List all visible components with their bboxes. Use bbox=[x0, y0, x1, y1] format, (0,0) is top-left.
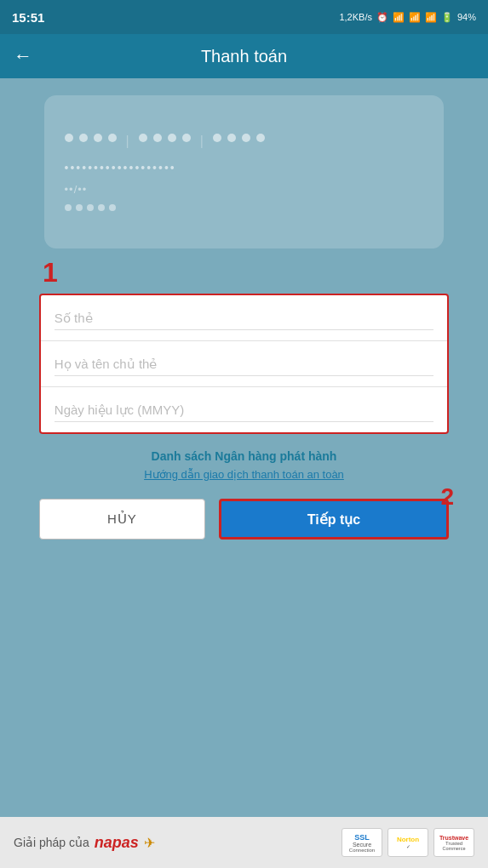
status-icons: 1,2KB/s ⏰ 📶 📶 📶 🔋 94% bbox=[339, 12, 476, 23]
cvv-dot bbox=[87, 204, 94, 211]
info-section: Danh sách Ngân hàng phát hành Hướng dẫn … bbox=[39, 449, 449, 482]
card-dot bbox=[79, 134, 88, 142]
cvv-dot bbox=[76, 204, 83, 211]
header-title: Thanh toán bbox=[201, 47, 287, 66]
main-content: | | ••••••••••••••••••• ••/•• 1 bbox=[0, 78, 488, 868]
bank-list-label: Danh sách Ngân hàng phát hành bbox=[39, 449, 449, 463]
card-dot bbox=[153, 134, 162, 142]
trustwave-badge: Trustwave Trusted Commerce bbox=[433, 828, 474, 857]
action-buttons: HỦY 2 Tiếp tục bbox=[39, 499, 449, 540]
signal-icon-2: 📶 bbox=[409, 12, 421, 23]
card-dot bbox=[182, 134, 191, 142]
card-dot bbox=[227, 134, 236, 142]
form-field-card-number bbox=[41, 295, 447, 341]
card-dots-top: | | bbox=[65, 134, 424, 149]
form-field-card-expiry bbox=[41, 387, 447, 432]
card-cvv-display bbox=[65, 204, 424, 211]
footer-prefix: Giải pháp của bbox=[14, 836, 89, 849]
card-name-input[interactable] bbox=[55, 357, 433, 376]
napas-logo: napas bbox=[95, 834, 139, 852]
battery-percent: 94% bbox=[457, 12, 476, 22]
status-bar: 15:51 1,2KB/s ⏰ 📶 📶 📶 🔋 94% bbox=[0, 0, 488, 34]
card-display: | | ••••••••••••••••••• ••/•• bbox=[44, 95, 445, 248]
norton-label: Norton bbox=[397, 836, 419, 843]
continue-button[interactable]: Tiếp tục bbox=[219, 499, 449, 540]
footer-badges: SSL Secure Connection Norton ✓ Trustwave… bbox=[342, 828, 474, 857]
ssl-sub2: Connection bbox=[349, 848, 375, 853]
wifi-icon: 📶 bbox=[425, 12, 437, 23]
card-number-display: ••••••••••••••••••• bbox=[65, 161, 424, 174]
header: ← Thanh toán bbox=[0, 34, 488, 78]
norton-sub: ✓ bbox=[406, 843, 410, 849]
ssl-label: SSL bbox=[354, 833, 370, 842]
cvv-dot bbox=[109, 204, 116, 211]
card-dot bbox=[139, 134, 147, 142]
card-dot bbox=[168, 134, 176, 142]
card-expiry-display: ••/•• bbox=[65, 183, 424, 196]
cvv-dot bbox=[98, 204, 105, 211]
ssl-badge: SSL Secure Connection bbox=[342, 828, 382, 857]
card-dot bbox=[256, 134, 265, 142]
step2-indicator: 2 bbox=[441, 483, 455, 511]
card-dot bbox=[108, 134, 117, 142]
card-dot bbox=[242, 134, 250, 142]
trustwave-label: Trustwave bbox=[439, 835, 468, 841]
form-box bbox=[39, 294, 449, 434]
form-field-card-name bbox=[41, 341, 447, 387]
card-dot bbox=[213, 134, 221, 142]
network-speed: 1,2KB/s bbox=[339, 12, 372, 22]
card-dot bbox=[94, 134, 102, 142]
signal-icon: 📶 bbox=[393, 12, 405, 23]
alarm-icon: ⏰ bbox=[376, 12, 388, 23]
cancel-button[interactable]: HỦY bbox=[39, 499, 205, 540]
norton-badge: Norton ✓ bbox=[388, 828, 428, 857]
footer: Giải pháp của napas ✈ SSL Secure Connect… bbox=[0, 817, 488, 868]
trustwave-sub2: Commerce bbox=[443, 846, 466, 851]
card-expiry-input[interactable] bbox=[55, 403, 433, 422]
continue-button-wrapper: 2 Tiếp tục bbox=[219, 499, 449, 540]
status-time: 15:51 bbox=[12, 10, 44, 25]
battery-icon: 🔋 bbox=[441, 12, 453, 23]
card-number-input[interactable] bbox=[55, 311, 433, 330]
card-dot bbox=[65, 134, 73, 142]
guide-link[interactable]: Hướng dẫn giao dịch thanh toán an toàn bbox=[144, 468, 344, 481]
back-button[interactable]: ← bbox=[14, 45, 32, 67]
cvv-dot bbox=[65, 204, 72, 211]
footer-brand: Giải pháp của napas ✈ bbox=[14, 834, 155, 852]
ssl-sub: Secure bbox=[353, 842, 371, 848]
step1-indicator: 1 bbox=[43, 257, 58, 288]
napas-arrow-icon: ✈ bbox=[144, 835, 155, 851]
